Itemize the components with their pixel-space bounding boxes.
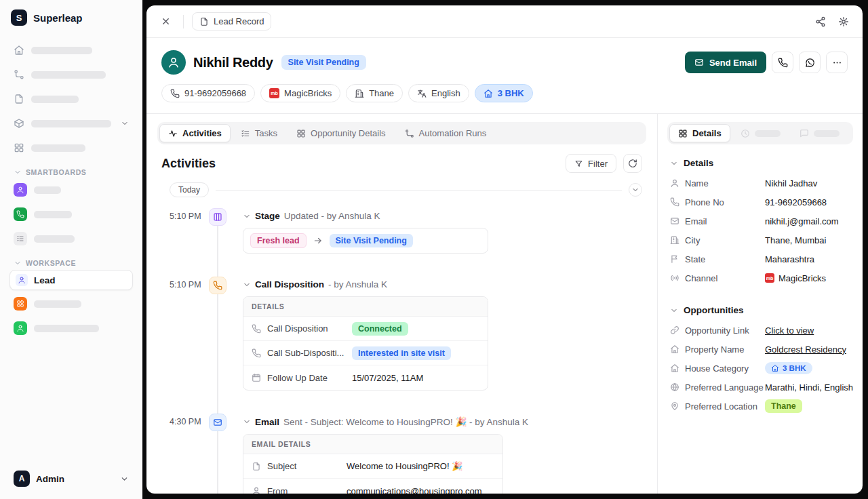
user-icon	[167, 56, 180, 68]
user-icon	[16, 186, 24, 194]
call-icon	[209, 277, 226, 294]
activity-time: 5:10 PM	[161, 277, 203, 391]
globe-icon	[670, 382, 679, 392]
user-icon	[16, 324, 24, 332]
table-row: Follow Up Date 15/07/2025, 11AM	[243, 365, 488, 390]
building-icon	[355, 89, 364, 98]
workspace-label: WORKSPACE	[26, 259, 76, 267]
opportunities-section-header[interactable]: Opportunities	[670, 297, 850, 321]
smartboards-section-header[interactable]: SMARTBOARDS	[9, 168, 133, 176]
superleap-logo: S	[11, 9, 27, 26]
tab-details[interactable]: Details	[669, 124, 730, 142]
follow-up-date: 15/07/2025, 11AM	[352, 373, 423, 383]
phone-icon	[170, 89, 180, 98]
page-title: Nikhil Reddy	[193, 55, 273, 71]
signal-icon	[670, 273, 679, 283]
chevron-down-icon	[631, 186, 639, 194]
timeline-day-separator: Today	[161, 182, 642, 197]
phone-icon	[778, 58, 788, 68]
source-chip[interactable]: mb MagicBricks	[260, 84, 340, 102]
share-icon	[815, 16, 826, 27]
detail-row-opportunity-link: Opportunity Link Click to view	[670, 321, 850, 340]
close-button[interactable]	[156, 12, 175, 31]
workspace-item[interactable]	[9, 292, 133, 316]
house-category-chip[interactable]: 3 BHK	[475, 84, 533, 102]
house-category-badge: 3 BHK	[765, 362, 812, 374]
more-options-button[interactable]	[826, 52, 848, 73]
skeleton-bar	[31, 96, 79, 103]
arrow-right-icon	[313, 236, 323, 245]
day-label: Today	[170, 182, 209, 197]
smartboard-item[interactable]	[9, 226, 133, 251]
file-icon	[14, 94, 24, 104]
tab-history-disabled	[732, 125, 789, 142]
table-row: From communications@housingpro.com	[243, 479, 502, 494]
workspace-item[interactable]	[9, 316, 133, 340]
admin-menu[interactable]: A Admin	[9, 466, 133, 491]
file-icon	[199, 17, 209, 26]
refresh-button[interactable]	[623, 154, 642, 173]
house-icon	[771, 364, 779, 372]
sidebar-nav-item[interactable]	[9, 87, 133, 111]
chevron-down-icon	[243, 281, 251, 289]
workspace-avatar	[14, 297, 27, 311]
opportunity-link[interactable]: Click to view	[765, 325, 814, 336]
activity-header[interactable]: Email Sent - Subject: Welcome to Housing…	[243, 414, 528, 427]
tab-automation-runs[interactable]: Automation Runs	[396, 124, 496, 142]
magicbricks-logo: mb	[765, 273, 774, 283]
modal-title: Lead Record	[214, 16, 264, 26]
whatsapp-button[interactable]	[799, 52, 821, 73]
sidebar-nav-item[interactable]	[9, 62, 133, 87]
activities-panel: Activities Tasks Opportunity Details Aut…	[146, 114, 657, 494]
skeleton-bar	[31, 120, 111, 127]
send-email-button[interactable]: Send Email	[685, 52, 766, 73]
pin-icon	[670, 401, 679, 411]
activity-header[interactable]: Stage Updated - by Anshula K	[243, 208, 488, 221]
lead-attribute-chips: 91-9692059668 mb MagicBricks Thane Engli…	[161, 84, 848, 102]
house-icon	[670, 363, 679, 373]
smartboard-avatar	[14, 183, 27, 197]
activity-header[interactable]: Call Disposition - by Anshula K	[243, 277, 488, 290]
main-area: Lead Record Nikhil Reddy Site Visit Pend…	[142, 0, 868, 499]
chevron-down-icon	[14, 168, 22, 176]
share-button[interactable]	[811, 12, 830, 31]
skeleton-bar	[34, 211, 72, 218]
workspace-section-header[interactable]: WORKSPACE	[9, 259, 133, 267]
email-icon	[209, 414, 226, 431]
grid-icon	[16, 300, 24, 308]
skeleton-bar	[814, 130, 840, 137]
tab-opportunity-details[interactable]: Opportunity Details	[288, 124, 395, 142]
smartboard-avatar	[14, 232, 27, 245]
city-chip[interactable]: Thane	[346, 84, 403, 102]
ellipsis-icon	[832, 58, 842, 68]
mail-icon	[694, 58, 704, 67]
phone-chip[interactable]: 91-9692059668	[161, 84, 255, 102]
stage-change-card: Fresh lead Site Visit Pending	[243, 228, 488, 254]
table-row: Call Sub-Dispositi... Interested in site…	[243, 341, 488, 365]
call-button[interactable]	[772, 52, 793, 73]
lead-record-modal: Lead Record Nikhil Reddy Site Visit Pend…	[146, 5, 863, 494]
property-name-link[interactable]: Goldcrest Residency	[765, 344, 846, 355]
collapse-day-button[interactable]	[629, 183, 642, 197]
card-header: EMAIL DETAILS	[243, 435, 502, 454]
smartboard-item[interactable]	[9, 202, 133, 226]
smartboard-item[interactable]	[9, 178, 133, 202]
stage-icon	[209, 208, 226, 226]
sidebar-nav-item[interactable]	[9, 136, 133, 160]
details-section-header[interactable]: Details	[670, 150, 850, 174]
filter-button[interactable]: Filter	[566, 154, 616, 173]
building-icon	[670, 235, 679, 245]
language-chip[interactable]: English	[408, 84, 469, 102]
sidebar-nav-item[interactable]	[9, 111, 133, 136]
settings-button[interactable]	[834, 12, 853, 31]
sidebar-item-lead[interactable]: Lead	[9, 270, 133, 290]
skeleton-bar	[34, 325, 99, 332]
sidebar-nav-item[interactable]	[9, 38, 133, 62]
detail-row-property-name: Property Name Goldcrest Residency	[670, 340, 850, 359]
flag-icon	[670, 254, 679, 264]
chevron-down-icon[interactable]	[121, 119, 129, 127]
whatsapp-icon	[805, 58, 815, 68]
activity-icon	[168, 129, 178, 138]
tab-tasks[interactable]: Tasks	[232, 124, 286, 142]
tab-activities[interactable]: Activities	[159, 124, 231, 142]
